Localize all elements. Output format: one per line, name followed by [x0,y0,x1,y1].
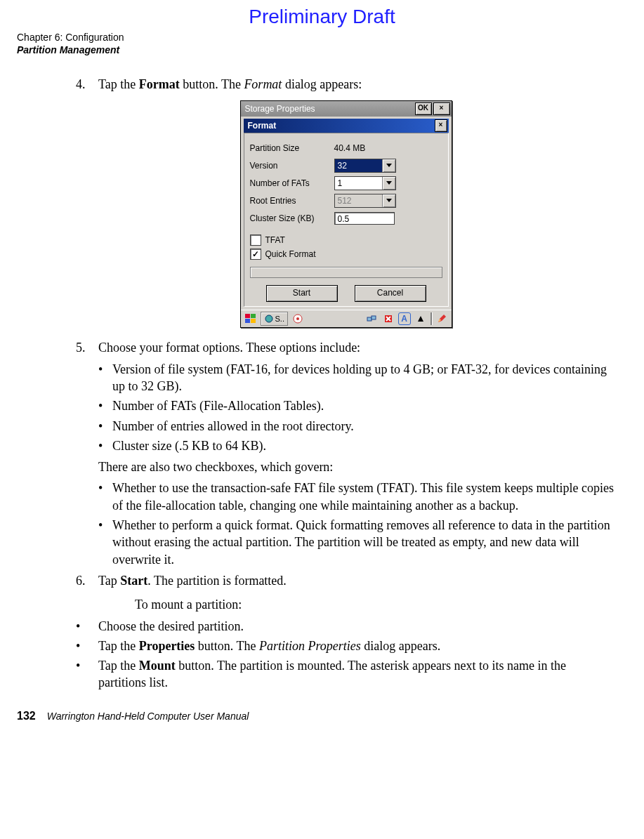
list-item: •Number of entries allowed in the root d… [98,418,616,435]
svg-rect-0 [245,314,250,318]
svg-point-6 [296,317,299,320]
close-icon[interactable]: × [433,103,450,115]
svg-point-4 [265,315,272,322]
outer-titlebar: Storage Properties OK × [241,101,452,117]
list-item: •Version of file system (FAT-16, for dev… [98,361,616,395]
cluster-size-input[interactable]: 0.5 [334,212,395,225]
tfat-label: TFAT [265,234,285,246]
format-titlebar: Format × [244,119,449,133]
format-panel: Partition Size 40.4 MB Version 32 Number [244,133,449,307]
alert-icon[interactable] [381,312,395,325]
svg-rect-3 [251,319,256,323]
format-dialog-screenshot: Storage Properties OK × Format × Partiti… [76,100,616,329]
ime-icon[interactable]: A [398,312,411,325]
svg-rect-7 [367,317,372,321]
quick-format-checkbox[interactable]: ✓ Quick Format [250,249,442,260]
outer-title: Storage Properties [245,103,414,114]
chevron-down-icon[interactable] [382,177,395,190]
step-5-text: Choose your format options. These option… [98,339,360,356]
cancel-button[interactable]: Cancel [355,285,426,302]
version-value: 32 [335,159,382,172]
svg-marker-12 [418,316,423,322]
checkbox-box[interactable]: ✓ [250,249,261,260]
label-partition-size: Partition Size [250,143,334,154]
taskbar-tab[interactable]: S.. [261,312,288,326]
mount-heading: To mount a partition: [76,596,616,613]
pencil-icon[interactable] [435,312,449,325]
root-entries-select: 512 [334,194,396,208]
inner-close-icon[interactable]: × [435,119,447,132]
list-item: •Tap the Mount button. The partition is … [76,657,616,692]
start-flag-icon[interactable] [244,312,258,325]
checkbox-note: There are also two checkboxes, which gov… [98,458,616,475]
inner-title: Format [248,120,433,131]
svg-rect-1 [251,314,256,318]
list-item: •Tap the Properties button. The Partitio… [76,637,616,654]
list-item: •Whether to use the transaction-safe FAT… [98,480,616,514]
step-6: 6. Tap Start. The partition is formatted… [76,572,616,589]
watermark: Preliminary Draft [17,6,627,28]
chevron-down-icon [382,194,395,207]
manual-title: Warrington Hand-Held Computer User Manua… [47,711,249,722]
step-6-text: Tap Start. The partition is formatted. [98,572,287,589]
chapter-heading: Chapter 6: Configuration Partition Manag… [17,31,627,56]
step-4: 4. Tap the Format button. The Format dia… [76,76,616,93]
step-5-number: 5. [76,339,98,356]
globe-icon [264,315,274,323]
network-icon[interactable] [364,312,379,325]
divider [431,312,432,325]
num-fats-select[interactable]: 1 [334,176,396,190]
tray-icon[interactable] [291,312,305,325]
taskbar: S.. A [241,310,452,327]
start-button[interactable]: Start [266,285,338,302]
checkbox-box[interactable] [250,234,261,246]
value-partition-size: 40.4 MB [334,143,366,154]
keyboard-up-icon[interactable] [414,312,428,325]
progress-bar [250,267,442,278]
list-item: •Whether to perform a quick format. Quic… [98,517,616,568]
step-6-number: 6. [76,572,98,589]
label-num-fats: Number of FATs [250,178,334,189]
chapter-line-2: Partition Management [17,44,627,56]
list-item: •Cluster size (.5 KB to 64 KB). [98,437,616,454]
version-select[interactable]: 32 [334,159,396,173]
svg-rect-2 [245,319,250,323]
ok-button[interactable]: OK [415,103,432,115]
quick-format-label: Quick Format [265,249,316,260]
chevron-down-icon[interactable] [382,159,395,172]
storage-properties-window: Storage Properties OK × Format × Partiti… [240,100,452,328]
list-item: •Choose the desired partition. [76,618,616,635]
step-4-text: Tap the Format button. The Format dialog… [98,76,362,93]
page-footer: 132 Warrington Hand-Held Computer User M… [17,710,627,722]
num-fats-value: 1 [335,177,382,190]
tfat-checkbox[interactable]: TFAT [250,234,442,246]
label-cluster-size: Cluster Size (KB) [250,213,334,224]
list-item: •Number of FATs (File-Allocation Tables)… [98,397,616,414]
label-version: Version [250,160,334,171]
page-number: 132 [17,710,36,722]
root-entries-value: 512 [335,194,382,207]
label-root-entries: Root Entries [250,195,334,206]
step-5: 5. Choose your format options. These opt… [76,339,616,356]
step-4-number: 4. [76,76,98,93]
chapter-line-1: Chapter 6: Configuration [17,31,627,44]
svg-rect-8 [372,316,376,319]
